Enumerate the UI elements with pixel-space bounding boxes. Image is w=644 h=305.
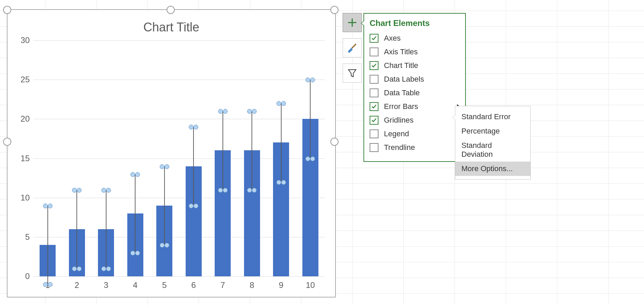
chart-elements-item[interactable]: Chart Title — [370, 59, 460, 72]
chart-elements-item-label: Axes — [384, 34, 401, 43]
y-axis-tick: 5 — [14, 232, 30, 242]
chart-elements-item[interactable]: Trendline — [370, 141, 460, 154]
checkbox[interactable] — [370, 47, 378, 56]
y-axis-tick: 20 — [14, 114, 30, 124]
checkbox[interactable] — [370, 61, 378, 70]
chart-elements-item[interactable]: Axes — [370, 31, 460, 45]
chart-elements-item[interactable]: Data Labels — [370, 72, 460, 86]
error-bar-cap-bottom[interactable] — [101, 266, 111, 271]
submenu-item-label: More Options... — [461, 164, 513, 173]
error-bar-cap-top[interactable] — [305, 78, 315, 82]
selection-handle-tr[interactable] — [330, 6, 339, 14]
error-bars-submenu-item[interactable]: Percentage — [455, 124, 530, 138]
error-bar[interactable] — [76, 190, 77, 268]
check-icon — [371, 36, 377, 41]
x-axis-tick: 3 — [104, 280, 108, 290]
y-axis-tick: 10 — [14, 193, 30, 203]
checkbox[interactable] — [370, 88, 378, 97]
y-axis-tick: 15 — [14, 154, 30, 163]
bar-slot — [273, 40, 289, 276]
submenu-callout-notch — [452, 115, 455, 120]
error-bar-cap-top[interactable] — [72, 188, 82, 192]
error-bar[interactable] — [310, 80, 311, 158]
plot-area[interactable]: 05101520253012345678910 — [26, 40, 325, 276]
error-bar-cap-bottom[interactable] — [160, 243, 169, 247]
chart-elements-item[interactable]: Error Bars — [370, 100, 460, 113]
error-bar-cap-bottom[interactable] — [130, 251, 140, 255]
error-bars-submenu-item[interactable]: More Options... — [455, 162, 530, 176]
error-bar-cap-bottom[interactable] — [305, 156, 315, 161]
error-bars-submenu-item[interactable]: Standard Error — [455, 110, 530, 124]
error-bar-cap-bottom[interactable] — [218, 188, 228, 192]
chart-elements-item-label: Gridlines — [384, 116, 414, 125]
error-bar[interactable] — [135, 174, 135, 253]
checkbox[interactable] — [370, 116, 378, 125]
x-axis-tick: 4 — [133, 280, 138, 290]
error-bar-cap-bottom[interactable] — [189, 204, 198, 208]
chart-elements-item-label: Legend — [384, 129, 409, 138]
x-axis-tick: 9 — [279, 280, 283, 290]
error-bars-submenu-item[interactable]: Standard Deviation — [455, 138, 530, 162]
error-bar[interactable] — [106, 190, 106, 268]
chart-styles-button[interactable] — [343, 38, 362, 57]
error-bar-cap-bottom[interactable] — [43, 282, 53, 286]
error-bar-cap-top[interactable] — [101, 188, 111, 192]
chart-filter-button[interactable] — [343, 64, 362, 83]
chart-elements-item-label: Trendline — [384, 143, 415, 152]
submenu-item-label: Standard Error — [461, 112, 511, 121]
error-bar-cap-top[interactable] — [218, 109, 228, 113]
funnel-icon — [347, 68, 357, 78]
error-bar-cap-top[interactable] — [276, 101, 286, 105]
plus-icon — [347, 17, 357, 28]
error-bar[interactable] — [223, 111, 223, 190]
chart-elements-button[interactable] — [343, 13, 362, 32]
chart-object[interactable]: Chart Title 05101520253012345678910 — [7, 9, 336, 297]
error-bar-cap-bottom[interactable] — [72, 266, 82, 271]
chart-elements-item-label: Data Table — [384, 88, 420, 97]
panel-callout-notch — [361, 20, 364, 26]
chart-elements-item-label: Data Labels — [384, 75, 424, 84]
bar-slot — [98, 40, 114, 276]
chart-elements-item[interactable]: Legend — [370, 127, 460, 141]
selection-handle-tm[interactable] — [167, 6, 175, 14]
x-axis-tick: 10 — [306, 280, 315, 290]
error-bar[interactable] — [164, 166, 165, 245]
error-bar[interactable] — [281, 103, 282, 182]
chart-title[interactable]: Chart Title — [8, 20, 335, 34]
paintbrush-icon — [347, 42, 358, 53]
checkbox[interactable] — [370, 143, 378, 152]
bar-slot — [215, 40, 231, 276]
error-bar-cap-bottom[interactable] — [276, 180, 286, 184]
check-icon — [371, 104, 377, 109]
chart-elements-panel: Chart Elements AxesAxis TitlesChart Titl… — [363, 13, 466, 162]
y-axis-tick: 0 — [14, 272, 30, 281]
selection-handle-mr[interactable] — [330, 138, 339, 146]
y-axis-tick: 25 — [14, 75, 30, 84]
chart-elements-item[interactable]: Axis Titles — [370, 45, 460, 59]
bar-slot — [40, 40, 56, 276]
y-axis-tick: 30 — [14, 36, 30, 45]
selection-handle-ml[interactable] — [3, 138, 11, 146]
error-bar-cap-top[interactable] — [43, 204, 53, 208]
checkbox[interactable] — [370, 129, 378, 138]
bar-slot — [302, 40, 318, 276]
error-bar[interactable] — [252, 111, 252, 190]
error-bar-cap-top[interactable] — [247, 109, 257, 113]
error-bar[interactable] — [193, 127, 194, 205]
checkbox[interactable] — [370, 34, 378, 43]
chart-elements-title: Chart Elements — [370, 18, 460, 28]
bar-slot — [156, 40, 172, 276]
checkbox[interactable] — [370, 75, 378, 84]
checkbox[interactable] — [370, 102, 378, 111]
selection-handle-tl[interactable] — [3, 6, 11, 14]
x-axis-tick: 2 — [75, 280, 79, 290]
error-bar-cap-top[interactable] — [189, 125, 198, 129]
bar-slot — [69, 40, 85, 276]
error-bar-cap-top[interactable] — [160, 164, 169, 168]
x-axis-tick: 8 — [250, 280, 254, 290]
error-bar[interactable] — [47, 206, 48, 284]
chart-elements-item[interactable]: Data Table — [370, 86, 460, 100]
chart-elements-item[interactable]: Gridlines — [370, 113, 460, 127]
error-bar-cap-top[interactable] — [130, 172, 140, 176]
error-bar-cap-bottom[interactable] — [247, 188, 257, 192]
